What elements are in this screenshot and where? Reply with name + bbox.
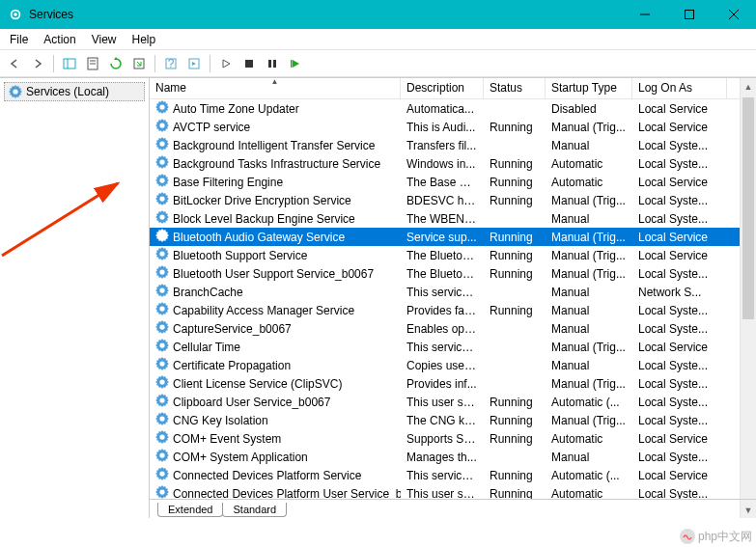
service-description: The WBENG... (401, 212, 484, 226)
column-startup-type[interactable]: Startup Type (546, 78, 632, 98)
service-name: Base Filtering Engine (173, 176, 283, 189)
service-description: This user ser... (401, 487, 484, 501)
refresh-button[interactable] (105, 53, 126, 74)
service-name: Bluetooth Audio Gateway Service (173, 231, 345, 244)
service-name: CaptureService_b0067 (173, 322, 292, 336)
column-status[interactable]: Status (484, 78, 546, 98)
service-description: Supports Sy... (401, 432, 484, 446)
service-log-on-as: Local Syste... (632, 194, 727, 207)
service-row[interactable]: Connected Devices Platform ServiceThis s… (150, 466, 756, 484)
service-name-cell: Base Filtering Engine (150, 174, 401, 190)
scroll-up-button[interactable]: ▲ (741, 78, 756, 95)
forward-button[interactable] (27, 53, 48, 74)
menu-file[interactable]: File (2, 31, 36, 48)
service-name-cell: Block Level Backup Engine Service (150, 210, 401, 227)
service-row[interactable]: Background Tasks Infrastructure ServiceW… (150, 154, 756, 173)
service-list[interactable]: Auto Time Zone UpdaterAutomatica...Disab… (150, 99, 756, 500)
pause-service-button[interactable] (262, 53, 283, 74)
service-startup-type: Manual (Trig... (546, 194, 632, 207)
action-button[interactable] (183, 53, 205, 74)
vertical-scrollbar[interactable]: ▲ ▼ (740, 78, 756, 518)
service-startup-type: Manual (Trig... (546, 121, 632, 134)
service-row[interactable]: Bluetooth Audio Gateway ServiceService s… (150, 228, 756, 246)
tab-standard[interactable]: Standard (222, 503, 287, 517)
service-log-on-as: Local Syste... (632, 377, 727, 391)
svg-point-1 (14, 13, 17, 16)
svg-point-28 (159, 251, 164, 256)
svg-point-22 (159, 141, 164, 146)
tree-item-services-local[interactable]: Services (Local) (4, 82, 145, 101)
service-row[interactable]: COM+ Event SystemSupports Sy...RunningAu… (150, 429, 756, 448)
service-row[interactable]: BitLocker Drive Encryption ServiceBDESVC… (150, 191, 756, 209)
service-row[interactable]: Bluetooth User Support Service_b0067The … (150, 264, 756, 283)
service-row[interactable]: Certificate PropagationCopies user ...Ma… (150, 356, 756, 374)
scroll-thumb[interactable] (742, 97, 754, 319)
service-description: Provides inf... (401, 377, 484, 391)
service-name: AVCTP service (173, 121, 250, 134)
service-log-on-as: Local Syste... (632, 322, 727, 336)
close-button[interactable] (712, 0, 756, 29)
service-log-on-as: Local Syste... (632, 451, 727, 464)
minimize-button[interactable] (623, 0, 667, 29)
menu-action[interactable]: Action (36, 31, 83, 48)
column-description[interactable]: Description (401, 78, 484, 98)
service-name: Bluetooth Support Service (173, 249, 307, 262)
service-log-on-as: Local Syste... (632, 414, 727, 427)
service-name: BitLocker Drive Encryption Service (173, 194, 351, 207)
service-startup-type: Automatic (546, 157, 632, 171)
service-row[interactable]: Connected Devices Platform User Service_… (150, 484, 756, 500)
service-row[interactable]: Clipboard User Service_b0067This user se… (150, 393, 756, 411)
service-status: Running (484, 267, 546, 281)
service-description: BDESVC hos... (401, 194, 484, 207)
service-log-on-as: Local Service (632, 469, 727, 482)
service-startup-type: Manual (546, 322, 632, 336)
service-status: Running (484, 194, 546, 207)
service-row[interactable]: Cellular TimeThis service ...Manual (Tri… (150, 338, 756, 356)
menu-help[interactable]: Help (125, 31, 164, 48)
svg-point-32 (159, 324, 164, 329)
stop-service-button[interactable] (238, 53, 260, 74)
service-row[interactable]: Base Filtering EngineThe Base Fil...Runn… (150, 173, 756, 191)
service-startup-type: Automatic (546, 487, 632, 501)
service-name-cell: CaptureService_b0067 (150, 320, 401, 337)
service-row[interactable]: Bluetooth Support ServiceThe Bluetoo...R… (150, 246, 756, 264)
service-description: This service ... (401, 286, 484, 299)
start-service-button[interactable] (215, 53, 237, 74)
service-row[interactable]: COM+ System ApplicationManages th...Manu… (150, 448, 756, 466)
tab-extended[interactable]: Extended (157, 503, 223, 517)
service-description: This service ... (401, 469, 484, 482)
service-startup-type: Automatic (... (546, 469, 632, 482)
show-hide-tree-button[interactable] (59, 53, 80, 74)
service-row[interactable]: AVCTP serviceThis is Audi...RunningManua… (150, 118, 756, 136)
svg-point-23 (159, 159, 164, 164)
export-button[interactable] (128, 53, 150, 74)
service-row[interactable]: Capability Access Manager ServiceProvide… (150, 301, 756, 319)
maximize-button[interactable] (667, 0, 712, 29)
svg-point-33 (159, 342, 164, 347)
help-button[interactable]: ? (160, 53, 182, 74)
service-name-cell: Capability Access Manager Service (150, 302, 401, 318)
back-button[interactable] (4, 53, 25, 74)
column-log-on-as[interactable]: Log On As (632, 78, 727, 98)
gear-icon (155, 247, 169, 263)
service-row[interactable]: CNG Key IsolationThe CNG ke...RunningMan… (150, 411, 756, 429)
svg-point-27 (159, 232, 164, 237)
view-tabs: Extended Standard (150, 499, 756, 518)
column-name[interactable]: Name▲ (150, 78, 401, 98)
properties-button[interactable] (82, 53, 103, 74)
service-row[interactable]: Auto Time Zone UpdaterAutomatica...Disab… (150, 99, 756, 118)
menu-view[interactable]: View (84, 31, 125, 48)
service-log-on-as: Local Service (632, 231, 727, 244)
service-row[interactable]: CaptureService_b0067Enables opti...Manua… (150, 319, 756, 338)
svg-rect-18 (291, 60, 293, 68)
service-log-on-as: Local Service (632, 249, 727, 262)
service-row[interactable]: BranchCacheThis service ...ManualNetwork… (150, 283, 756, 301)
service-status: Running (484, 231, 546, 244)
gear-icon (155, 155, 169, 172)
service-row[interactable]: Client License Service (ClipSVC)Provides… (150, 374, 756, 393)
toolbar: ? (0, 50, 756, 77)
service-row[interactable]: Block Level Backup Engine ServiceThe WBE… (150, 209, 756, 228)
restart-service-button[interactable] (285, 53, 306, 74)
service-row[interactable]: Background Intelligent Transfer ServiceT… (150, 136, 756, 154)
gear-icon (155, 430, 169, 447)
